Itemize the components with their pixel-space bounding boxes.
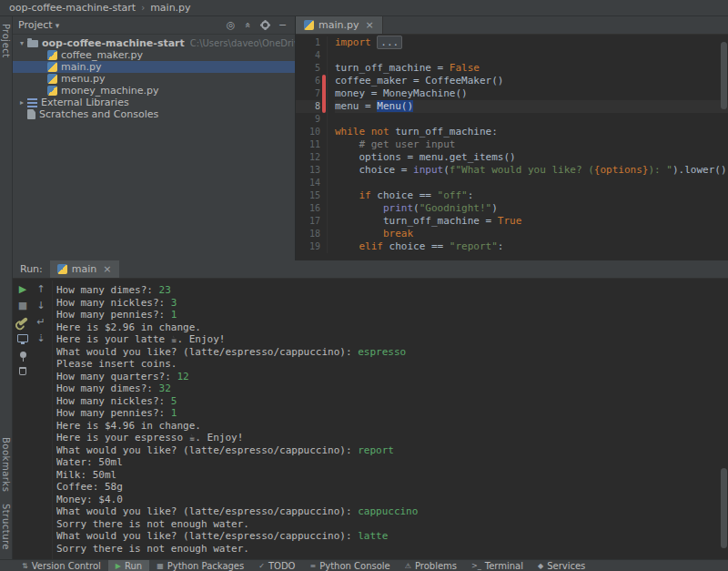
breadcrumb: oop-coffee-machine-start › main.py (0, 0, 728, 16)
collapse-all-icon[interactable]: « (241, 18, 255, 32)
tree-item-money-machine-py[interactable]: money_machine.py (13, 85, 295, 97)
locate-icon[interactable]: ◎ (224, 18, 238, 32)
chevron-icon[interactable]: ▾ (16, 37, 27, 49)
user-input-text: 12 (177, 371, 188, 382)
code-token: choice = (335, 164, 413, 176)
console-line: Coffee: 58g (56, 481, 719, 494)
user-input-text: 3 (171, 297, 177, 309)
toolwindow-button-python-packages[interactable]: ▦Python Packages (149, 560, 251, 571)
editor-scrollbar[interactable] (721, 42, 727, 109)
tree-item-label: oop-coffee-machine-start (42, 37, 185, 49)
tree-item-coffee-maker-py[interactable]: coffee_maker.py (13, 49, 295, 61)
run-tab-main[interactable]: main × (50, 260, 119, 278)
code-line[interactable]: choice = input(f"What would you like? ({… (335, 164, 728, 177)
close-icon[interactable]: × (365, 19, 373, 31)
code-line[interactable]: # get user input (335, 138, 728, 151)
stripe-project-button[interactable]: Project (1, 24, 11, 58)
console-line: Here is $2.96 in change. (56, 321, 719, 334)
line-number[interactable]: 17 (296, 215, 320, 228)
pin-icon[interactable] (15, 347, 31, 362)
line-number[interactable]: 7 (296, 87, 320, 100)
line-number[interactable]: 18 (296, 228, 320, 240)
line-number[interactable]: 8 (296, 100, 320, 113)
code-line[interactable]: elif choice == "report": (335, 240, 728, 253)
console-output[interactable]: How many dimes?: 23How many nickles?: 3H… (56, 279, 719, 559)
status-bar: ⇅Version Control▶Run▦Python Packages✓TOD… (0, 559, 728, 571)
code-token: import (335, 36, 377, 48)
breadcrumb-project[interactable]: oop-coffee-machine-start (9, 2, 136, 14)
code-line[interactable]: options = menu.get_items() (335, 151, 728, 164)
settings-gear-icon[interactable] (258, 18, 272, 32)
tree-item-external-libraries[interactable]: ▸External Libraries (13, 97, 295, 108)
tree-item-main-py[interactable]: main.py (13, 61, 295, 73)
code-line[interactable]: if choice == "off": (335, 189, 728, 202)
toolwindow-button-todo[interactable]: ✓TODO (251, 560, 302, 571)
code-line[interactable]: print("Goodnight!") (335, 202, 728, 215)
code-line[interactable]: coffee_maker = CoffeeMaker() (335, 75, 728, 87)
code-line[interactable]: while not turn_off_machine: (335, 126, 728, 138)
line-number[interactable]: 13 (296, 164, 320, 177)
line-number[interactable]: 1 (296, 36, 320, 49)
code-line[interactable]: turn_off_machine = True (335, 215, 728, 228)
breadcrumb-file[interactable]: main.py (150, 2, 190, 14)
line-number[interactable]: 12 (296, 151, 320, 164)
console-line: How many dimes?: 32 (56, 382, 719, 395)
stop-icon[interactable]: ■ (15, 298, 31, 312)
stdout-text: Here is $2.96 in change. (56, 321, 201, 333)
code-line[interactable]: menu = Menu() (335, 100, 728, 113)
line-number[interactable]: 4 (296, 49, 320, 62)
close-icon[interactable]: × (103, 263, 111, 275)
line-number[interactable]: 10 (296, 126, 320, 138)
line-number[interactable]: 6 (296, 75, 320, 87)
toolwindow-button-run[interactable]: ▶Run (108, 560, 149, 571)
code-line[interactable] (335, 113, 728, 126)
line-number[interactable]: 9 (296, 113, 320, 126)
monitor-icon[interactable] (15, 331, 31, 345)
code-line[interactable]: turn_off_machine = False (335, 62, 728, 75)
line-number[interactable]: 15 (296, 189, 320, 202)
chevron-down-icon[interactable]: ▾ (56, 21, 60, 30)
hide-panel-icon[interactable]: ─ (276, 18, 289, 32)
tree-item-oop-coffee-machine-start[interactable]: ▾oop-coffee-machine-startC:\Users\daveo\… (13, 37, 295, 49)
line-number[interactable]: 11 (296, 138, 320, 151)
console-line: Water: 50ml (56, 456, 719, 469)
tree-item-scratches-and-consoles[interactable]: Scratches and Consoles (13, 108, 295, 120)
toolwindow-button-terminal[interactable]: >_Terminal (464, 560, 531, 571)
toolwindow-button-problems[interactable]: ⚠Problems (398, 560, 464, 571)
code-token: choice == (377, 189, 437, 201)
toolwindow-button-services[interactable]: ◆Services (531, 560, 592, 571)
user-input-text: espresso (358, 346, 406, 358)
rerun-icon[interactable]: ▶ (15, 281, 31, 296)
stripe-structure-button[interactable]: Structure (1, 504, 11, 550)
project-panel-title[interactable]: Project (18, 19, 53, 31)
scroll-end-icon[interactable]: ⇣ (33, 331, 49, 345)
code-line[interactable]: money = MoneyMachine() (335, 87, 728, 100)
trash-icon[interactable] (15, 363, 31, 378)
editor-tab-main-py[interactable]: main.py × (296, 16, 383, 34)
soft-wrap-icon[interactable]: ↵ (33, 314, 49, 329)
problems-icon: ⚠ (405, 562, 411, 570)
monitor-icon (17, 334, 28, 342)
line-number[interactable]: 16 (296, 202, 320, 215)
down-arrow-icon[interactable]: ↓ (33, 298, 49, 312)
user-input-text: 32 (159, 382, 171, 394)
stripe-bookmarks-button[interactable]: Bookmarks (1, 437, 11, 492)
line-number[interactable]: 14 (296, 177, 320, 189)
code-token: Menu() (377, 100, 413, 112)
tree-item-menu-py[interactable]: menu.py (13, 73, 295, 85)
toolwindow-button-version-control[interactable]: ⇅Version Control (15, 560, 108, 571)
code-line[interactable]: break (335, 228, 728, 240)
wrench-icon[interactable] (15, 314, 31, 329)
line-number[interactable]: 19 (296, 240, 320, 253)
up-arrow-icon[interactable]: ↑ (33, 281, 49, 296)
line-number[interactable]: 5 (296, 62, 320, 75)
code-line[interactable] (335, 177, 728, 189)
editor-code[interactable]: import ... turn_off_machine = Falsecoffe… (327, 36, 728, 253)
editor-gutter[interactable]: 145678910111213141516171819 (296, 36, 327, 253)
chevron-icon[interactable]: ▸ (16, 97, 27, 108)
code-line[interactable]: import ... (335, 36, 728, 49)
console-scrollbar[interactable] (721, 468, 727, 548)
code-line[interactable] (335, 49, 728, 62)
toolwindow-button-python-console[interactable]: ≡Python Console (303, 560, 398, 571)
todo-icon: ✓ (258, 562, 265, 570)
